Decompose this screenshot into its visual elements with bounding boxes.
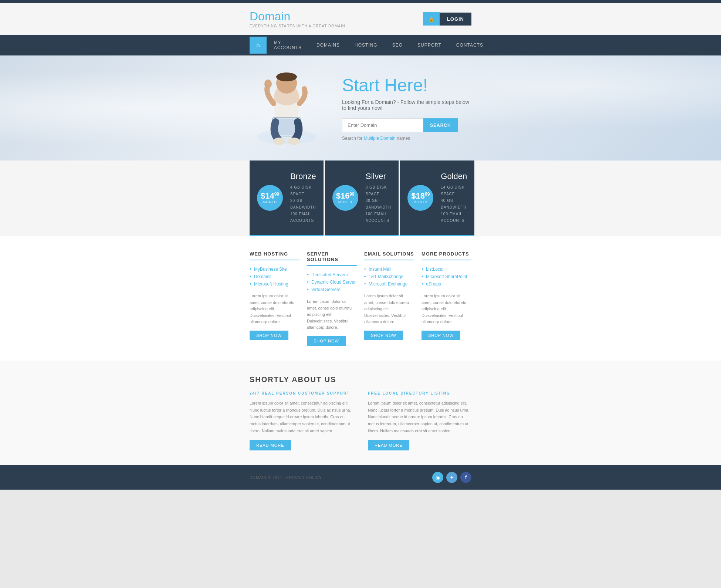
service-title: WEB HOSTING bbox=[250, 251, 299, 260]
plan-price: $1499 bbox=[261, 192, 279, 200]
service-column: SERVER SOLUTIONS Dedicated ServersDynami… bbox=[307, 251, 357, 346]
plan-feature: 20 GB BANDWIDTH bbox=[290, 197, 316, 211]
nav-item-accounts[interactable]: MY ACCOUNTS bbox=[267, 35, 309, 55]
plan-price: $1899 bbox=[411, 192, 430, 200]
service-list-item[interactable]: Domains bbox=[250, 273, 299, 280]
service-column: MORE PRODUCTS ListLocalMicrosoft SharePo… bbox=[422, 251, 471, 346]
service-list: Instant Mail1&1 MailXchangeMicrosoft Exc… bbox=[364, 266, 414, 288]
logo-letter: D bbox=[250, 10, 258, 23]
social-facebook-icon[interactable]: f bbox=[460, 472, 471, 483]
service-column: EMAIL SOLUTIONS Instant Mail1&1 MailXcha… bbox=[364, 251, 414, 346]
nav-item-contacts[interactable]: CONTACTS bbox=[449, 37, 491, 53]
pricing-plan: $1699 month Silver 8 GB DISK SPACE30 GB … bbox=[325, 160, 399, 236]
plan-feature: 30 GB BANDWIDTH bbox=[366, 197, 392, 211]
service-list-item[interactable]: eShops bbox=[422, 280, 471, 288]
svg-point-7 bbox=[273, 138, 285, 145]
plan-feature: 40 GB BANDWIDTH bbox=[441, 197, 467, 211]
logo-rest: omain bbox=[258, 10, 290, 23]
navigation: ⌂ MY ACCOUNTS DOMAINS HOSTING SEO SUPPOR… bbox=[0, 35, 721, 55]
plan-price-circle: $1699 month bbox=[332, 185, 358, 211]
plan-name: Silver bbox=[366, 172, 392, 181]
plan-info: Bronze 4 GB DISK SPACE20 GB BANDWIDTH100… bbox=[290, 172, 316, 224]
service-title: EMAIL SOLUTIONS bbox=[364, 251, 414, 260]
service-title: MORE PRODUCTS bbox=[422, 251, 471, 260]
service-list-item[interactable]: 1&1 MailXchange bbox=[364, 273, 414, 280]
shop-now-button[interactable]: SHOP NOW bbox=[307, 336, 346, 346]
hero-person bbox=[250, 63, 331, 153]
service-description: Lorem ipsum dolor sit amet, conse dolo e… bbox=[250, 293, 299, 325]
service-description: Lorem ipsum dolor sit amet, conse dolo e… bbox=[422, 293, 471, 325]
nav-item-support[interactable]: SUPPORT bbox=[410, 37, 449, 53]
svg-point-3 bbox=[276, 72, 297, 81]
shop-now-button[interactable]: SHOP NOW bbox=[422, 331, 460, 340]
plan-price-circle: $1499 month bbox=[257, 185, 283, 211]
svg-point-4 bbox=[264, 80, 272, 88]
shop-now-button[interactable]: SHOP NOW bbox=[250, 331, 288, 340]
about-text: Lorem ipsum dolor sit amet, consectetur … bbox=[250, 400, 353, 434]
hero-subtitle: Looking For a Domain? - Follow the simpl… bbox=[342, 99, 471, 111]
logo: Domain EVERYTHING STARTS WITH A GREAT DO… bbox=[250, 10, 345, 28]
nav-item-hosting[interactable]: HOSTING bbox=[347, 37, 385, 53]
plan-feature: 100 EMAIL ACCOUNTS bbox=[441, 211, 467, 224]
service-list: MyBusiness SiteDomainsMicrosoft Hosting bbox=[250, 266, 299, 288]
domain-search-area: SEARCH bbox=[342, 118, 471, 132]
service-list: Dedicated ServersDynamic Cloud ServerVir… bbox=[307, 271, 357, 293]
footer-copyright: DOMAIN © 2014 | PRIVACY POLICY bbox=[250, 476, 322, 480]
search-button[interactable]: SEARCH bbox=[423, 118, 458, 132]
service-list-item[interactable]: Instant Mail bbox=[364, 266, 414, 273]
login-button[interactable]: LOGIN bbox=[440, 13, 471, 26]
person-illustration bbox=[250, 63, 324, 152]
svg-point-8 bbox=[288, 138, 300, 145]
plan-period: month bbox=[263, 200, 277, 204]
plan-name: Golden bbox=[441, 172, 467, 181]
top-bar bbox=[0, 0, 721, 3]
pricing-plan: $1899 month Golden 14 GB DISK SPACE40 GB… bbox=[400, 160, 474, 236]
read-more-button[interactable]: READ MORE bbox=[368, 440, 409, 450]
about-column: 24/7 REAL PERSON CUSTOMER SUPPORT Lorem … bbox=[250, 391, 353, 450]
hero-content: Start Here! Looking For a Domain? - Foll… bbox=[331, 75, 471, 141]
plan-price-circle: $1899 month bbox=[407, 185, 433, 211]
social-rss-icon[interactable]: ◉ bbox=[432, 472, 443, 483]
service-list-item[interactable]: ListLocal bbox=[422, 266, 471, 273]
domain-search-input[interactable] bbox=[342, 118, 423, 132]
service-list-item[interactable]: MyBusiness Site bbox=[250, 266, 299, 273]
social-twitter-icon[interactable]: ✦ bbox=[446, 472, 457, 483]
service-list: ListLocalMicrosoft SharePointeShops bbox=[422, 266, 471, 288]
logo-tagline: EVERYTHING STARTS WITH A GREAT DOMAIN bbox=[250, 24, 345, 28]
shop-now-button[interactable]: SHOP NOW bbox=[364, 331, 403, 340]
multiple-domain-link[interactable]: Multiple Domain bbox=[364, 136, 396, 141]
about-subtitle: FREE LOCAL DIRECTORY LISTING bbox=[368, 391, 471, 395]
pricing-plan: $1499 month Bronze 4 GB DISK SPACE20 GB … bbox=[250, 160, 324, 236]
service-list-item[interactable]: Microsoft Exchange bbox=[364, 280, 414, 288]
service-list-item[interactable]: Dynamic Cloud Server bbox=[307, 278, 357, 286]
plan-features: 14 GB DISK SPACE40 GB BANDWIDTH100 EMAIL… bbox=[441, 184, 467, 224]
about-column: FREE LOCAL DIRECTORY LISTING Lorem ipsum… bbox=[368, 391, 471, 450]
pricing-section: $1499 month Bronze 4 GB DISK SPACE20 GB … bbox=[0, 160, 721, 236]
read-more-button[interactable]: READ MORE bbox=[250, 440, 291, 450]
footer: DOMAIN © 2014 | PRIVACY POLICY ◉✦f bbox=[0, 465, 721, 490]
about-text: Lorem ipsum dolor sit amet, consectetur … bbox=[368, 400, 471, 434]
lock-button[interactable]: 🔒 bbox=[423, 12, 440, 26]
plan-features: 8 GB DISK SPACE30 GB BANDWIDTH100 EMAIL … bbox=[366, 184, 392, 224]
social-links: ◉✦f bbox=[432, 472, 471, 483]
service-list-item[interactable]: Virtual Servers bbox=[307, 286, 357, 293]
plan-features: 4 GB DISK SPACE20 GB BANDWIDTH100 EMAIL … bbox=[290, 184, 316, 224]
hero-title: Start Here! bbox=[342, 75, 471, 95]
service-list-item[interactable]: Microsoft Hosting bbox=[250, 280, 299, 288]
service-list-item[interactable]: Microsoft SharePoint bbox=[422, 273, 471, 280]
service-title: SERVER SOLUTIONS bbox=[307, 251, 357, 266]
plan-info: Silver 8 GB DISK SPACE30 GB BANDWIDTH100… bbox=[366, 172, 392, 224]
about-section: SHORTLY ABOUT US 24/7 REAL PERSON CUSTOM… bbox=[0, 361, 721, 465]
service-description: Lorem ipsum dolor sit amet, conse dolo e… bbox=[364, 293, 414, 325]
plan-feature: 8 GB DISK SPACE bbox=[366, 184, 392, 197]
service-description: Lorem ipsum dolor sit amet, conse dolo e… bbox=[307, 298, 357, 331]
hero-section: Start Here! Looking For a Domain? - Foll… bbox=[0, 55, 721, 160]
nav-home[interactable]: ⌂ bbox=[250, 37, 267, 54]
plan-period: month bbox=[413, 200, 427, 204]
service-list-item[interactable]: Dedicated Servers bbox=[307, 271, 357, 278]
plan-feature: 4 GB DISK SPACE bbox=[290, 184, 316, 197]
plan-feature: 100 EMAIL ACCOUNTS bbox=[366, 211, 392, 224]
search-note: Search for Multiple Domain names bbox=[342, 136, 471, 141]
nav-item-domains[interactable]: DOMAINS bbox=[309, 37, 347, 53]
nav-item-seo[interactable]: SEO bbox=[385, 37, 410, 53]
